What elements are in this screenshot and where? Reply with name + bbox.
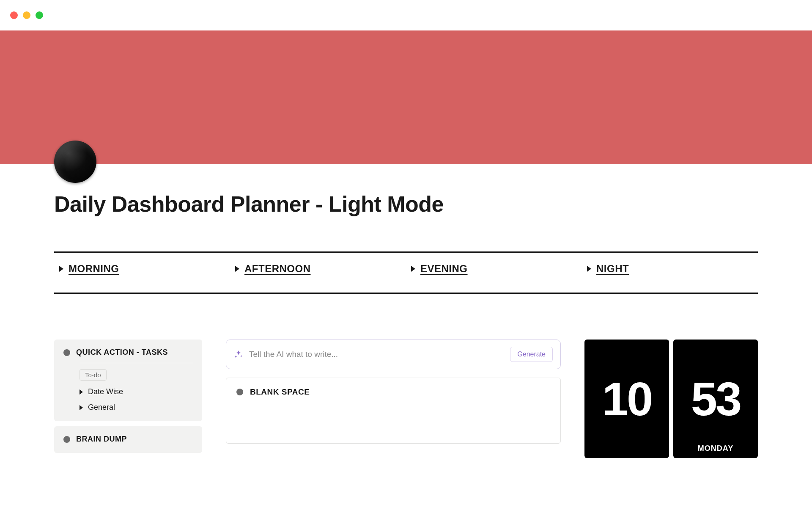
block-title: QUICK ACTION - TASKS [76, 348, 168, 357]
sparkle-icon [234, 350, 243, 359]
window-titlebar [0, 0, 812, 30]
toggle-general[interactable]: General [80, 403, 193, 412]
middle-column: Generate BLANK SPACE [226, 340, 561, 458]
page-title[interactable]: Daily Dashboard Planner - Light Mode [54, 164, 758, 217]
section-night[interactable]: NIGHT [582, 263, 758, 275]
bullet-icon [63, 436, 70, 443]
toggle-triangle-icon [235, 266, 239, 272]
cover-image[interactable] [0, 30, 812, 164]
tab-todo[interactable]: To-do [80, 369, 107, 381]
toggle-date-wise[interactable]: Date Wise [80, 387, 193, 396]
ai-prompt-input[interactable] [249, 350, 504, 359]
block-divider [80, 363, 193, 363]
section-evening[interactable]: EVENING [406, 263, 582, 275]
sidebar: QUICK ACTION - TASKS To-do Date Wise Gen… [54, 340, 202, 458]
page-icon[interactable] [54, 141, 96, 183]
page-content: Daily Dashboard Planner - Light Mode MOR… [0, 164, 812, 458]
lower-columns: QUICK ACTION - TASKS To-do Date Wise Gen… [54, 340, 758, 458]
block-header: BLANK SPACE [236, 387, 550, 397]
window-close-button[interactable] [10, 11, 18, 19]
blank-space-box[interactable]: BLANK SPACE [226, 378, 561, 444]
divider-bottom [54, 293, 758, 294]
ai-prompt-box: Generate [226, 340, 561, 369]
clock-hours-panel: 10 [584, 340, 669, 458]
flip-clock: 10 53 MONDAY [584, 340, 758, 458]
clock-minutes-panel: 53 MONDAY [673, 340, 758, 458]
block-title: BRAIN DUMP [76, 435, 127, 444]
toggle-triangle-icon [80, 405, 83, 410]
toggle-triangle-icon [59, 266, 63, 272]
block-title: BLANK SPACE [250, 387, 310, 397]
generate-button[interactable]: Generate [510, 347, 553, 362]
section-label: MORNING [69, 263, 119, 275]
section-label: AFTERNOON [244, 263, 311, 275]
clock-day: MONDAY [673, 444, 758, 453]
clock-hours: 10 [602, 372, 652, 426]
toggle-triangle-icon [411, 266, 415, 272]
block-header: BRAIN DUMP [63, 435, 193, 444]
clock-column: 10 53 MONDAY [584, 340, 758, 458]
clock-minutes: 53 [691, 372, 741, 426]
brain-dump-block[interactable]: BRAIN DUMP [54, 426, 202, 453]
section-label: EVENING [420, 263, 468, 275]
bullet-icon [63, 349, 70, 356]
bullet-icon [236, 389, 243, 395]
toggle-triangle-icon [80, 389, 83, 395]
section-label: NIGHT [596, 263, 629, 275]
toggle-label: Date Wise [88, 387, 123, 396]
window-minimize-button[interactable] [23, 11, 30, 19]
block-header: QUICK ACTION - TASKS [63, 348, 193, 357]
quick-action-block[interactable]: QUICK ACTION - TASKS To-do Date Wise Gen… [54, 340, 202, 421]
toggle-label: General [88, 403, 115, 412]
sections-row: MORNING AFTERNOON EVENING NIGHT [54, 253, 758, 282]
section-afternoon[interactable]: AFTERNOON [230, 263, 406, 275]
window-zoom-button[interactable] [36, 11, 43, 19]
toggle-triangle-icon [587, 266, 591, 272]
section-morning[interactable]: MORNING [54, 263, 230, 275]
